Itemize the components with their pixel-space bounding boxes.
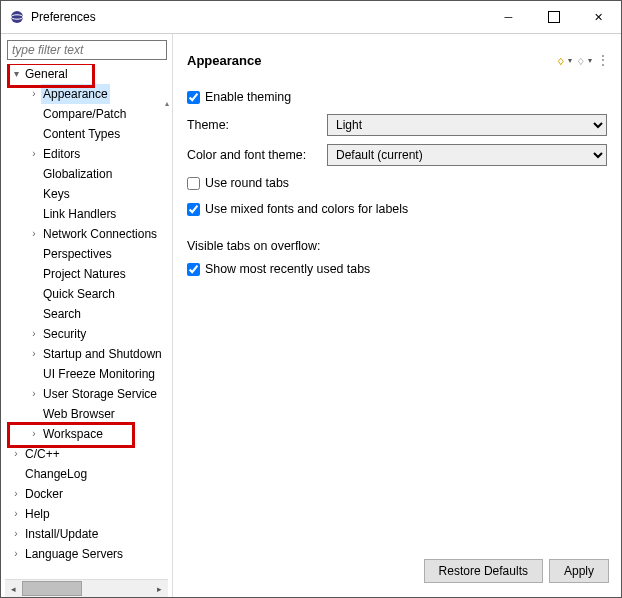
tree-item[interactable]: ›Docker <box>5 484 172 504</box>
tree-item[interactable]: ›Workspace <box>5 424 172 444</box>
tree-item-label: Search <box>41 304 83 324</box>
color-font-row: Color and font theme: Default (current) <box>187 144 607 166</box>
checkbox-label: Use round tabs <box>205 173 289 193</box>
collapsed-icon[interactable]: › <box>27 324 41 344</box>
collapsed-icon[interactable]: › <box>9 544 23 564</box>
nav-forward-button[interactable]: ⬨▾ <box>576 51 592 69</box>
checkbox-label: Show most recently used tabs <box>205 259 370 279</box>
maximize-button[interactable] <box>531 2 576 32</box>
visible-tabs-heading: Visible tabs on overflow: <box>187 236 607 256</box>
checkbox-input[interactable] <box>187 91 200 104</box>
tree-item[interactable]: ›Install/Update <box>5 524 172 544</box>
tree-item-label: Perspectives <box>41 244 114 264</box>
tree-item[interactable]: ›User Storage Service <box>5 384 172 404</box>
checkbox-input[interactable] <box>187 177 200 190</box>
checkbox-input[interactable] <box>187 203 200 216</box>
hscroll-thumb[interactable] <box>22 581 82 596</box>
tree-item[interactable]: ChangeLog <box>5 464 172 484</box>
tree-item[interactable]: Globalization <box>5 164 172 184</box>
tree-item[interactable]: ›Help <box>5 504 172 524</box>
tree-item[interactable]: ›Startup and Shutdown <box>5 344 172 364</box>
preferences-window: Preferences ─ ✕ ▴ ▾General›AppearanceCom… <box>0 0 622 598</box>
close-button[interactable]: ✕ <box>576 2 621 32</box>
collapsed-icon[interactable]: › <box>27 224 41 244</box>
tree-item[interactable]: ›Editors <box>5 144 172 164</box>
tree-item[interactable]: Project Natures <box>5 264 172 284</box>
filter-container <box>7 40 168 60</box>
tree-item[interactable]: Perspectives <box>5 244 172 264</box>
tree-item[interactable]: Content Types <box>5 124 172 144</box>
tree-item[interactable]: ›C/C++ <box>5 444 172 464</box>
tree-item[interactable]: Keys <box>5 184 172 204</box>
tree-hscroll[interactable]: ◂ ▸ <box>5 579 168 597</box>
tree-item[interactable]: UI Freeze Monitoring <box>5 364 172 384</box>
checkbox-input[interactable] <box>187 263 200 276</box>
collapsed-icon[interactable]: › <box>27 424 41 444</box>
tree-item[interactable]: Search <box>5 304 172 324</box>
chevron-down-icon: ▾ <box>568 56 572 65</box>
theme-label: Theme: <box>187 115 327 135</box>
collapsed-icon[interactable]: › <box>9 524 23 544</box>
hscroll-right-icon[interactable]: ▸ <box>151 580 168 597</box>
tree-item-label: Editors <box>41 144 82 164</box>
expanded-icon[interactable]: ▾ <box>9 64 23 84</box>
preferences-tree[interactable]: ▴ ▾General›AppearanceCompare/PatchConten… <box>5 64 172 579</box>
nav-toolbar: ⬨▾ ⬨▾ ⋮ <box>556 51 611 69</box>
tree-item-label: User Storage Service <box>41 384 159 404</box>
tree-item-label: Network Connections <box>41 224 159 244</box>
tree-item-label: Docker <box>23 484 65 504</box>
show-mru-checkbox[interactable]: Show most recently used tabs <box>187 259 607 279</box>
tree-item[interactable]: ›Appearance <box>5 84 172 104</box>
round-tabs-checkbox[interactable]: Use round tabs <box>187 173 607 193</box>
collapsed-icon[interactable]: › <box>27 344 41 364</box>
tree-vscroll[interactable]: ▴ <box>164 94 170 579</box>
tree-item[interactable]: ›Network Connections <box>5 224 172 244</box>
collapsed-icon[interactable]: › <box>27 384 41 404</box>
collapsed-icon[interactable]: › <box>27 144 41 164</box>
nav-back-button[interactable]: ⬨▾ <box>556 51 572 69</box>
minimize-button[interactable]: ─ <box>486 2 531 32</box>
app-icon <box>9 9 25 25</box>
tree-item-label: Help <box>23 504 52 524</box>
theme-select[interactable]: Light <box>327 114 607 136</box>
collapsed-icon[interactable]: › <box>9 484 23 504</box>
tree-item-label: Workspace <box>41 424 105 444</box>
tree-item[interactable]: Web Browser <box>5 404 172 424</box>
scroll-up-icon[interactable]: ▴ <box>165 94 169 114</box>
left-panel: ▴ ▾General›AppearanceCompare/PatchConten… <box>1 34 173 597</box>
tree-item-label: C/C++ <box>23 444 62 464</box>
tree-item-label: Startup and Shutdown <box>41 344 164 364</box>
button-bar: Restore Defaults Apply <box>173 549 621 597</box>
tree-item[interactable]: ▾General <box>5 64 172 84</box>
page-title: Appearance <box>187 53 556 68</box>
tree-item[interactable]: Link Handlers <box>5 204 172 224</box>
tree-item-label: Compare/Patch <box>41 104 128 124</box>
enable-theming-checkbox[interactable]: Enable theming <box>187 87 607 107</box>
restore-defaults-button[interactable]: Restore Defaults <box>424 559 543 583</box>
checkbox-label: Use mixed fonts and colors for labels <box>205 199 408 219</box>
titlebar: Preferences ─ ✕ <box>1 1 621 34</box>
page-header: Appearance ⬨▾ ⬨▾ ⋮ <box>173 34 621 80</box>
tree-item[interactable]: Compare/Patch <box>5 104 172 124</box>
tree-item-label: Keys <box>41 184 72 204</box>
tree-item-label: ChangeLog <box>23 464 89 484</box>
filter-input[interactable] <box>7 40 167 60</box>
tree-item-label: Language Servers <box>23 544 125 564</box>
tree-item-label: Security <box>41 324 88 344</box>
svg-point-0 <box>11 11 23 23</box>
view-menu-button[interactable]: ⋮ <box>596 52 611 68</box>
collapsed-icon[interactable]: › <box>27 84 41 104</box>
collapsed-icon[interactable]: › <box>9 504 23 524</box>
tree-item[interactable]: Quick Search <box>5 284 172 304</box>
chevron-down-icon: ▾ <box>588 56 592 65</box>
apply-button[interactable]: Apply <box>549 559 609 583</box>
color-font-select[interactable]: Default (current) <box>327 144 607 166</box>
tree-item[interactable]: ›Language Servers <box>5 544 172 564</box>
hscroll-left-icon[interactable]: ◂ <box>5 580 22 597</box>
tree-item-label: Link Handlers <box>41 204 118 224</box>
tree-item-label: Globalization <box>41 164 114 184</box>
tree-item[interactable]: ›Security <box>5 324 172 344</box>
window-title: Preferences <box>31 10 486 24</box>
mixed-fonts-checkbox[interactable]: Use mixed fonts and colors for labels <box>187 199 607 219</box>
collapsed-icon[interactable]: › <box>9 444 23 464</box>
